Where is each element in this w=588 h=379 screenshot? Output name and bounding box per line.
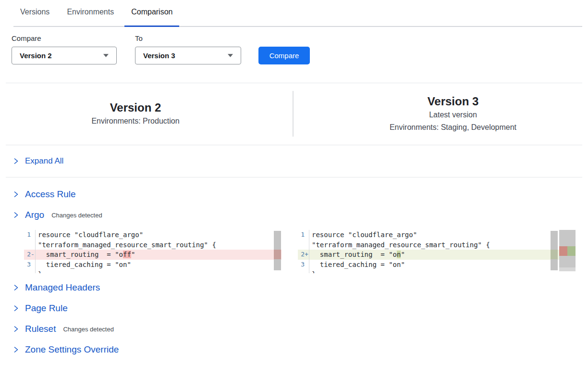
diff-line: 1 resource "cloudflare_argo" bbox=[24, 230, 282, 240]
section-label: Managed Headers bbox=[25, 282, 100, 293]
line-number: 3 bbox=[298, 260, 305, 270]
tab-comparison[interactable]: Comparison bbox=[124, 0, 179, 27]
diff-line-clipped: } bbox=[24, 269, 282, 273]
code-text: smart_routing = "off" bbox=[36, 250, 135, 260]
section-label: Zone Settings Override bbox=[25, 344, 119, 355]
diff-marker bbox=[305, 230, 309, 240]
minimap-block bbox=[559, 256, 576, 267]
scrollbar[interactable] bbox=[551, 231, 558, 270]
diff-line-added: 2+ smart_routing = "on" bbox=[298, 250, 576, 260]
expand-all-button[interactable]: Expand All bbox=[6, 145, 582, 177]
sections-list: Access Rule Argo Changes detected 1 reso… bbox=[0, 177, 588, 360]
minimap-removed-block bbox=[559, 246, 567, 256]
version-header-right: Version 3 Latest version Environments: S… bbox=[294, 83, 576, 145]
section-ruleset[interactable]: Ruleset Changes detected bbox=[13, 318, 588, 339]
code-text: smart_routing = "on" bbox=[309, 250, 405, 260]
section-label: Ruleset bbox=[25, 324, 56, 334]
word-diff-highlight: ff bbox=[123, 251, 131, 258]
diff-line: 1 resource "cloudflare_argo" bbox=[298, 230, 576, 240]
diff-panel-left: 1 resource "cloudflare_argo" "terraform_… bbox=[24, 230, 282, 273]
chevron-right-icon bbox=[13, 158, 19, 164]
compare-button[interactable]: Compare bbox=[258, 47, 310, 64]
chevron-right-icon bbox=[13, 191, 19, 198]
diff-marker: + bbox=[305, 250, 309, 260]
diff-marker bbox=[305, 240, 309, 250]
code-text: tiered_caching = "on" bbox=[36, 260, 131, 270]
compare-version-select-value: Version 2 bbox=[20, 51, 52, 60]
scrollbar-diff-segment bbox=[551, 250, 558, 259]
to-field: To Version 3 bbox=[135, 35, 241, 64]
version-header-left: Version 2 Environments: Production bbox=[12, 83, 294, 145]
code-text: } bbox=[36, 269, 42, 273]
diff-line: 3 tiered_caching = "on" bbox=[24, 260, 282, 270]
to-field-label: To bbox=[135, 35, 241, 42]
section-label: Page Rule bbox=[25, 303, 68, 314]
right-version-title: Version 3 bbox=[428, 94, 479, 109]
code-text: tiered_caching = "on" bbox=[309, 260, 405, 270]
scrollbar[interactable] bbox=[274, 231, 281, 270]
expand-all-label: Expand All bbox=[25, 156, 63, 166]
code-text: resource "cloudflare_argo" bbox=[309, 230, 417, 240]
line-number: 2 bbox=[24, 250, 31, 260]
section-page-rule[interactable]: Page Rule bbox=[13, 298, 588, 318]
diff-marker: - bbox=[31, 250, 35, 260]
minimap-added-block bbox=[567, 246, 576, 256]
minimap-block bbox=[559, 230, 576, 246]
diff-marker bbox=[31, 240, 35, 250]
left-version-title: Version 2 bbox=[110, 101, 161, 115]
minimap-change-band bbox=[559, 246, 576, 256]
compare-form: Compare Version 2 To Version 3 Compare bbox=[12, 35, 588, 64]
page: Versions Environments Comparison Compare… bbox=[0, 0, 588, 379]
section-managed-headers[interactable]: Managed Headers bbox=[13, 277, 588, 298]
diff-minimap[interactable] bbox=[559, 230, 576, 271]
changes-detected-badge: Changes detected bbox=[63, 326, 114, 333]
section-argo[interactable]: Argo Changes detected bbox=[13, 204, 588, 225]
left-version-environments: Environments: Production bbox=[91, 115, 179, 127]
to-version-select-value: Version 3 bbox=[143, 51, 175, 60]
vertical-divider bbox=[293, 91, 294, 137]
section-label: Access Rule bbox=[25, 189, 76, 200]
diff-line-wrap: "terraform_managed_resource_smart_routin… bbox=[24, 240, 282, 250]
version-headers: Version 2 Environments: Production Versi… bbox=[12, 83, 576, 145]
diff-marker bbox=[31, 260, 35, 270]
scrollbar-diff-segment bbox=[274, 250, 281, 259]
tab-versions[interactable]: Versions bbox=[13, 0, 56, 26]
right-version-environments: Environments: Staging, Development bbox=[390, 121, 516, 134]
section-access-rule[interactable]: Access Rule bbox=[13, 184, 588, 204]
chevron-right-icon bbox=[13, 284, 19, 291]
code-text: "terraform_managed_resource_smart_routin… bbox=[309, 240, 490, 250]
to-version-select[interactable]: Version 3 bbox=[135, 47, 241, 64]
compare-version-select[interactable]: Version 2 bbox=[12, 47, 117, 64]
line-number bbox=[298, 240, 305, 250]
code-text: "terraform_managed_resource_smart_routin… bbox=[36, 240, 216, 250]
diff-panel-right: 1 resource "cloudflare_argo" "terraform_… bbox=[298, 230, 576, 273]
code-text: } bbox=[309, 269, 316, 273]
diff-marker bbox=[305, 260, 309, 270]
line-number: 1 bbox=[24, 230, 31, 240]
changes-detected-badge: Changes detected bbox=[51, 212, 102, 219]
line-number: 1 bbox=[298, 230, 305, 240]
line-number bbox=[24, 240, 31, 250]
tab-environments[interactable]: Environments bbox=[60, 0, 121, 26]
compare-field-label: Compare bbox=[12, 35, 135, 42]
line-number: 2 bbox=[298, 250, 305, 260]
compare-field: Compare Version 2 bbox=[12, 35, 135, 64]
argo-diff: 1 resource "cloudflare_argo" "terraform_… bbox=[24, 230, 588, 273]
diff-line-wrap: "terraform_managed_resource_smart_routin… bbox=[298, 240, 576, 250]
line-number: 3 bbox=[24, 260, 31, 270]
diff-marker bbox=[31, 230, 35, 240]
chevron-right-icon bbox=[13, 305, 19, 312]
section-zone-settings-override[interactable]: Zone Settings Override bbox=[13, 339, 588, 360]
right-version-subtitle: Latest version bbox=[429, 109, 477, 121]
chevron-down-icon bbox=[228, 54, 233, 57]
diff-line-removed: 2- smart_routing = "off" bbox=[24, 250, 282, 260]
code-text: resource "cloudflare_argo" bbox=[36, 230, 143, 240]
section-label: Argo bbox=[25, 210, 44, 220]
tab-bar: Versions Environments Comparison bbox=[13, 0, 582, 27]
chevron-right-icon bbox=[13, 212, 19, 218]
chevron-right-icon bbox=[13, 326, 19, 332]
minimap-block bbox=[559, 267, 576, 271]
diff-line: 3 tiered_caching = "on" bbox=[298, 260, 576, 270]
diff-line-clipped: } bbox=[298, 269, 576, 273]
chevron-right-icon bbox=[13, 346, 19, 353]
